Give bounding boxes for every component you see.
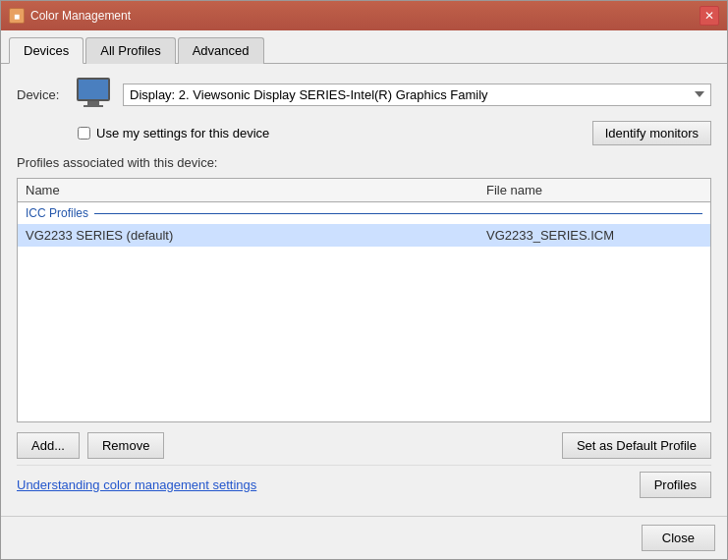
icc-group-line	[94, 213, 702, 214]
device-select[interactable]: Display: 2. Viewsonic Display SERIES-Int…	[123, 84, 711, 106]
use-settings-checkbox[interactable]	[78, 127, 90, 140]
table-body: ICC Profiles VG2233 SERIES (default) VG2…	[18, 202, 710, 421]
window-close-button[interactable]: ✕	[700, 6, 719, 26]
icc-group-header: ICC Profiles	[18, 202, 710, 224]
profiles-table: Name File name ICC Profiles VG2233 SERIE…	[17, 178, 711, 422]
tab-content-devices: Device: Display: 2. Viewsonic Display SE…	[1, 64, 727, 516]
device-row: Device: Display: 2. Viewsonic Display SE…	[17, 78, 711, 111]
close-button[interactable]: Close	[642, 525, 715, 551]
monitor-screen	[77, 78, 110, 101]
tab-all-profiles[interactable]: All Profiles	[85, 37, 175, 64]
table-row[interactable]: VG2233 SERIES (default) VG2233_SERIES.IC…	[18, 224, 710, 247]
monitor-base	[84, 105, 103, 107]
add-button[interactable]: Add...	[17, 432, 80, 459]
column-name-header: Name	[26, 183, 486, 197]
column-filename-header: File name	[486, 183, 702, 197]
footer-row: Close	[1, 516, 727, 559]
table-header: Name File name	[18, 179, 710, 202]
checkbox-identify-row: Use my settings for this device Identify…	[17, 121, 711, 145]
profiles-button[interactable]: Profiles	[640, 472, 711, 498]
tab-bar: Devices All Profiles Advanced	[1, 30, 727, 64]
tab-advanced[interactable]: Advanced	[178, 37, 264, 64]
set-default-button[interactable]: Set as Default Profile	[562, 432, 711, 459]
device-label: Device:	[17, 87, 64, 102]
tab-devices[interactable]: Devices	[9, 37, 84, 64]
color-management-window: ■ Color Management ✕ Devices All Profile…	[0, 0, 728, 560]
profiles-heading: Profiles associated with this device:	[17, 155, 711, 170]
use-settings-label: Use my settings for this device	[96, 126, 269, 140]
window-content: Devices All Profiles Advanced Device: Di…	[1, 30, 727, 516]
row-filename: VG2233_SERIES.ICM	[486, 228, 702, 243]
window-title: Color Management	[30, 9, 131, 23]
title-bar-left: ■ Color Management	[9, 8, 131, 24]
color-management-link[interactable]: Understanding color management settings	[17, 477, 256, 492]
bottom-row: Understanding color management settings …	[17, 465, 711, 502]
action-button-row: Add... Remove Set as Default Profile	[17, 422, 711, 465]
monitor-icon	[74, 78, 113, 111]
use-settings-wrap: Use my settings for this device	[78, 126, 269, 140]
icc-group-label: ICC Profiles	[26, 206, 88, 220]
remove-button[interactable]: Remove	[87, 432, 164, 459]
app-icon: ■	[9, 8, 25, 24]
row-name: VG2233 SERIES (default)	[26, 228, 486, 243]
title-bar: ■ Color Management ✕	[1, 1, 727, 30]
identify-monitors-button[interactable]: Identify monitors	[592, 121, 711, 145]
